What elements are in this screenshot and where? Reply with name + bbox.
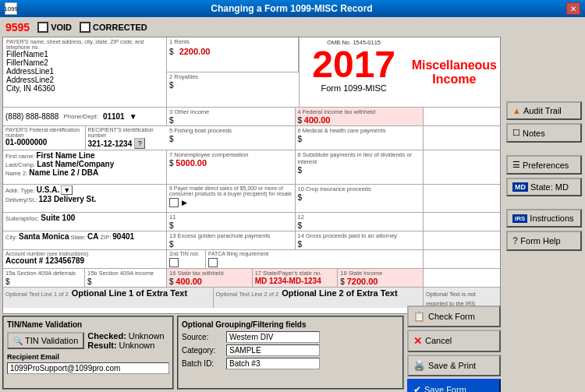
- title-bar: 1099 Changing a Form 1099-MISC Record ✕: [0, 0, 585, 17]
- close-button[interactable]: ✕: [566, 2, 580, 15]
- check-form-button[interactable]: 📋 Check Form: [407, 305, 501, 327]
- window-controls: ✕: [566, 2, 580, 15]
- irs-form: PAYER'S name, street address, city, stat…: [2, 37, 501, 314]
- field11-label: 11: [169, 214, 292, 221]
- cancel-icon: ✕: [413, 335, 422, 347]
- checkform-icon: 📋: [413, 311, 425, 322]
- state-icon: MD: [512, 182, 528, 192]
- notes-button[interactable]: ☐ Notes: [506, 123, 582, 143]
- field3-label: 3 Other income: [169, 108, 292, 115]
- instructions-button[interactable]: IRS Instructions: [506, 209, 582, 228]
- field2-label: 2 Royalties: [169, 73, 296, 80]
- audit-trail-button[interactable]: ▲ Audit Trail: [506, 101, 582, 120]
- save-icon: ✔: [413, 384, 421, 393]
- recip-id-value: 321-12-1234: [88, 139, 133, 148]
- opt-line2-value: Optional Line 2 of Extra Text: [282, 288, 397, 298]
- preferences-button[interactable]: ☰ Preferences: [506, 155, 582, 175]
- misc-income-title1: Miscellaneous: [412, 58, 497, 72]
- field14-label: 14 Gross proceeds paid to an attorney: [298, 232, 421, 239]
- checked-label: Checked:: [87, 331, 126, 341]
- audit-icon: ▲: [512, 106, 521, 115]
- batch-input[interactable]: [226, 358, 320, 369]
- field18-value: 7200.00: [347, 277, 378, 286]
- void-label: VOID: [51, 23, 72, 32]
- field12-label: 12: [298, 214, 421, 221]
- cancel-button[interactable]: ✕ Cancel: [407, 330, 501, 352]
- recip-suite: Suite 100: [41, 214, 75, 222]
- form-number: 9595: [5, 21, 30, 34]
- field17-label: 17 State/Payer's state no.: [255, 270, 335, 277]
- recip-firstname: First Name Line: [37, 151, 95, 160]
- source-input[interactable]: [226, 331, 320, 343]
- email-label: Recipient Email: [7, 353, 169, 361]
- source-label: Source:: [182, 333, 225, 341]
- opt-line1-label: Optional Text Line 1 of 2: [5, 291, 69, 298]
- category-input[interactable]: [226, 344, 320, 356]
- field15a-label: 15a Section 409A deferrals: [5, 270, 82, 277]
- recip-delivery: 123 Delivery St.: [38, 195, 96, 203]
- help-icon: ?: [512, 235, 518, 246]
- save-print-button[interactable]: 🖨️ Save & Print: [407, 355, 501, 376]
- sidebar: ▲ Audit Trail ☐ Notes ☰ Preferences MD S…: [503, 17, 585, 392]
- state-md-button[interactable]: MD State: MD: [506, 178, 582, 196]
- result-label: Result:: [87, 341, 116, 350]
- addr-type-dropdown[interactable]: ▼: [61, 185, 73, 195]
- recip-id-label: RECIPIENT'S identification number: [88, 127, 165, 138]
- field4-label: 4 Federal income tax withheld: [298, 108, 421, 115]
- magnify-icon: 🔍: [13, 337, 23, 345]
- app-icon: 1099: [5, 2, 17, 15]
- field4-value: 400.00: [304, 115, 331, 125]
- notes-icon: ☐: [512, 128, 520, 138]
- form-help-label: Form Help: [520, 236, 560, 245]
- tax-year: 2017: [303, 46, 406, 83]
- recip-name2: Name Line 2 / DBA: [29, 168, 98, 177]
- account-value: Account # 123456789: [5, 256, 84, 265]
- account-label: Account number (see instructions): [5, 251, 88, 256]
- void-checkbox[interactable]: [37, 22, 48, 33]
- misc-income-title2: Income: [412, 72, 497, 87]
- tin2-label: 2nd TIN not.: [169, 251, 203, 256]
- checked-value: Unknown: [129, 331, 165, 341]
- payer-addr2: AddressLine2: [6, 76, 163, 84]
- recip-city: Santa Monica: [19, 232, 69, 241]
- field1-label: 1 Rents: [169, 38, 296, 45]
- grouping-section-title: Optional Grouping/Filtering fields: [182, 320, 399, 329]
- batch-label: Batch ID:: [182, 359, 225, 368]
- tin-validation-button[interactable]: 🔍 TIN Validation: [7, 332, 84, 349]
- tin-section-title: TIN/Name Validation: [7, 320, 169, 329]
- print-icon: 🖨️: [413, 360, 425, 371]
- preferences-icon: ☰: [512, 160, 520, 170]
- field9-label: 9 Payer made direct sales of $5,000 or m…: [169, 185, 292, 196]
- save-form-button[interactable]: ✔ Save Form: [407, 379, 501, 393]
- payer-addr1: AddressLine1: [6, 67, 163, 76]
- field15b-label: 15b Section 409A income: [87, 270, 164, 277]
- payer-name1: FillerName1: [6, 50, 163, 58]
- void-checkbox-group: VOID: [37, 22, 72, 33]
- category-label: Category:: [182, 346, 225, 355]
- email-input[interactable]: [7, 362, 169, 374]
- recip-zip: 90401: [112, 232, 134, 241]
- tin2-checkbox[interactable]: [169, 258, 179, 267]
- field9-checkbox[interactable]: [169, 198, 179, 207]
- phone-dept-val: 01101: [103, 112, 125, 121]
- field13-label: 13 Excess golden parachute payments: [169, 232, 292, 239]
- result-value: Unknown: [119, 341, 155, 350]
- payer-name2: FillerName2: [6, 58, 163, 67]
- field8-label: 8 Substitute payments in lieu of dividen…: [298, 151, 421, 165]
- corrected-label: CORRECTED: [93, 23, 147, 32]
- corrected-checkbox[interactable]: [80, 22, 90, 33]
- recip-id-help[interactable]: ?: [134, 138, 145, 149]
- corrected-checkbox-group: CORRECTED: [80, 22, 147, 33]
- form-help-button[interactable]: ? Form Help: [506, 231, 582, 251]
- phone-dropdown[interactable]: ▼: [129, 112, 137, 121]
- fatca-checkbox[interactable]: [208, 258, 218, 267]
- field16-value: 400.00: [176, 277, 202, 286]
- field16-label: 16 State tax withheld: [169, 270, 250, 277]
- window-title: Changing a Form 1099-MISC Record: [211, 3, 372, 14]
- fatca-label: FATCA filing requirement: [208, 251, 420, 256]
- opt-line2-label: Optional Text Line 2 of 2: [216, 291, 279, 298]
- recip-lastname: Last Name/Company: [37, 160, 114, 168]
- opt-line1-value: Optional Line 1 of Extra Text: [72, 288, 187, 298]
- fed-id-label: PAYER'S Federal identification number: [5, 127, 83, 138]
- recip-state: CA: [87, 232, 98, 241]
